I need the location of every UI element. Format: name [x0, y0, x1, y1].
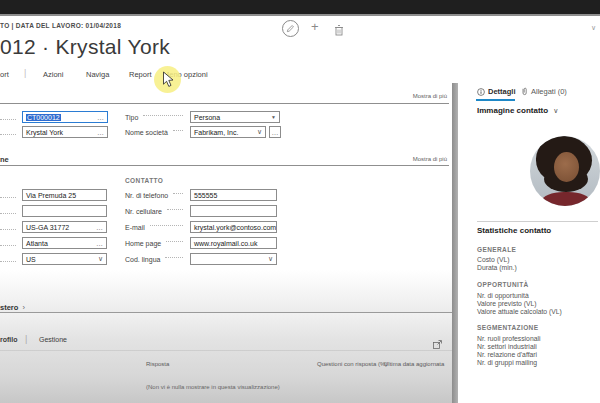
societa-field[interactable]: Fabrikam, Inc. ∨ — [190, 126, 266, 138]
group-opportunita: OPPORTUNITÀ — [477, 281, 529, 288]
tipo-label: Tipo — [125, 114, 138, 121]
telefono-field[interactable]: 555555 — [190, 189, 277, 201]
dotted-leader — [0, 133, 16, 135]
mouse-cursor — [162, 71, 174, 92]
tab-allegati-label: Allegati (0) — [531, 87, 567, 96]
lingua-field[interactable]: ∨ — [190, 253, 277, 265]
content-fade — [0, 270, 452, 312]
vertical-scrollbar[interactable] — [452, 83, 458, 403]
info-icon — [477, 88, 485, 96]
cellulare-field[interactable] — [190, 205, 277, 217]
cellulare-label-row: Nr. cellulare — [125, 205, 188, 217]
contatto-group-label: CONTATTO — [125, 177, 163, 184]
assist-edit-icon[interactable]: … — [94, 224, 103, 231]
tab-divider: | — [25, 334, 27, 344]
dotted-leader — [165, 257, 183, 258]
dotted-leader — [166, 241, 183, 242]
section-header-comunicazione[interactable]: ne — [0, 155, 9, 164]
factbox-tab-dettagli[interactable]: Dettagli — [477, 87, 516, 96]
column-questioni[interactable]: Questioni con risposta (%) — [317, 361, 387, 367]
section-header-estero[interactable]: stero › — [0, 303, 25, 312]
societa-value: Fabrikam, Inc. — [194, 129, 238, 136]
tab-profilo[interactable]: rofilo — [0, 336, 18, 343]
address-value: Via Premuda 25 — [26, 192, 76, 199]
homepage-label-row: Home page — [125, 237, 188, 249]
business-central-window: TO | DATA DEL LAVORO: 01/04/2018 012 · K… — [0, 0, 600, 403]
immagine-contatto-header[interactable]: Immagine contatto ∨ — [477, 106, 558, 115]
show-more-communication[interactable]: Mostra di più — [401, 156, 447, 162]
assist-edit-icon[interactable]: … — [94, 240, 103, 247]
telefono-label-row: Nr. di telefono — [125, 189, 188, 201]
photo-shoulders — [542, 192, 590, 206]
new-button[interactable]: + — [311, 19, 319, 34]
chevron-down-icon[interactable]: ∨ — [266, 255, 273, 263]
tab-gestione[interactable]: Gestione — [39, 336, 67, 343]
factbox-tab-allegati[interactable]: Allegati (0) — [521, 87, 567, 96]
chevron-down-icon[interactable]: ∨ — [255, 128, 262, 136]
address2-field[interactable] — [22, 205, 107, 217]
dropdown-arrow-icon[interactable]: ▼ — [269, 114, 276, 120]
lingua-label-row: Cod. lingua — [125, 253, 188, 265]
group-generale: GENERALE — [477, 246, 516, 253]
cellulare-label: Nr. cellulare — [125, 208, 162, 215]
cursor-arrow-icon — [162, 71, 174, 88]
trash-icon — [334, 24, 344, 36]
dotted-leader — [0, 260, 16, 262]
dotted-leader — [0, 118, 16, 120]
country-field[interactable]: US ∨ — [22, 253, 107, 265]
pencil-icon — [286, 24, 295, 33]
chevron-down-icon[interactable]: ∨ — [96, 255, 103, 263]
dotted-leader — [150, 225, 183, 226]
cap-value: US-GA 31772 — [26, 224, 69, 231]
dotted-leader — [173, 130, 183, 131]
section-divider-general — [0, 103, 449, 104]
ribbon-item-report[interactable]: Report — [129, 70, 152, 79]
active-tab-underline — [476, 99, 515, 101]
assist-edit-icon[interactable]: … — [95, 129, 104, 136]
stat-durata: Durata (min.) — [477, 264, 517, 272]
column-ultima-data[interactable]: Ultima data aggiornata — [384, 361, 444, 367]
section-divider-communication — [0, 165, 449, 166]
group-segmentazione: SEGMENTAZIONE — [477, 324, 538, 331]
tipo-label-row: Tipo — [125, 111, 188, 123]
homepage-value: www.royalmail.co.uk — [194, 240, 257, 247]
contact-no-field[interactable]: CT000012 … — [22, 111, 108, 123]
column-risposta[interactable]: Risposta — [146, 361, 169, 367]
dotted-leader — [0, 244, 16, 246]
ribbon-item-azioni[interactable]: Azioni — [43, 70, 63, 79]
homepage-field[interactable]: www.royalmail.co.uk — [190, 237, 277, 249]
dotted-leader — [173, 193, 183, 194]
ribbon-item-partial[interactable]: ort — [0, 70, 9, 79]
email-value: krystal.york@contoso.com — [194, 224, 276, 231]
title-bar — [0, 0, 600, 16]
stat-valore-attuale: Valore attuale calcolato (VL) — [477, 308, 562, 316]
immagine-contatto-label: Immagine contatto — [477, 106, 548, 115]
tab-dettagli-label: Dettagli — [488, 87, 516, 96]
delete-button[interactable] — [334, 22, 344, 40]
collapse-header-icon[interactable]: ∨ — [591, 24, 596, 32]
assist-edit-icon[interactable]: … — [95, 114, 104, 121]
stat-gruppi-mailing: Nr. di gruppi mailing — [477, 359, 537, 367]
dotted-leader — [167, 209, 183, 210]
tipo-value: Persona — [194, 114, 220, 121]
address-field[interactable]: Via Premuda 25 — [22, 189, 107, 201]
email-label: E-mail — [125, 224, 145, 231]
societa-label: Nome società — [125, 129, 168, 136]
factbox-divider — [477, 221, 598, 222]
ribbon-item-naviga[interactable]: Naviga — [86, 70, 109, 79]
chevron-down-icon: ∨ — [550, 107, 558, 114]
societa-assist-button[interactable]: … — [269, 126, 281, 138]
edit-button[interactable] — [282, 20, 299, 37]
show-more-general[interactable]: Mostra di più — [401, 93, 447, 99]
tipo-select[interactable]: Persona ▼ — [190, 111, 280, 123]
dotted-leader — [0, 228, 16, 230]
email-field[interactable]: krystal.york@contoso.com — [190, 221, 277, 233]
statistiche-contatto-title[interactable]: Statistiche contatto — [477, 226, 551, 235]
country-value: US — [26, 256, 36, 263]
city-value: Atlanta — [26, 240, 48, 247]
contact-name-value: Krystal York — [26, 129, 63, 136]
city-field[interactable]: Atlanta … — [22, 237, 107, 249]
paperclip-icon — [521, 87, 528, 96]
contact-name-field[interactable]: Krystal York … — [22, 126, 108, 138]
cap-field[interactable]: US-GA 31772 … — [22, 221, 107, 233]
